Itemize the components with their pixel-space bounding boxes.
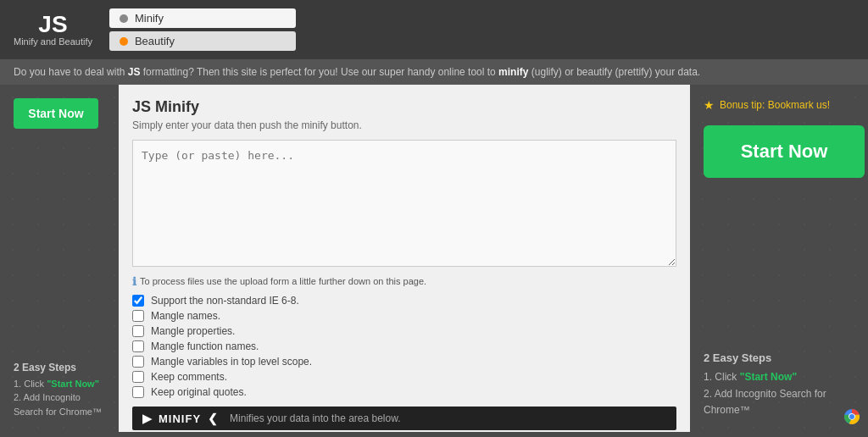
option-item: Mangle names. <box>132 310 676 322</box>
tool-title: JS Minify <box>132 98 676 116</box>
left-start-now-button[interactable]: Start Now <box>14 98 98 129</box>
option-item: Keep original quotes. <box>132 386 676 398</box>
left-easy-steps: 2 Easy Steps 1. Click "Start Now" 2. Add… <box>14 355 105 419</box>
option-item: Mangle properties. <box>132 325 676 337</box>
desc-text: Do you have to deal with JS formatting? … <box>14 66 700 78</box>
left-easy-steps-title: 2 Easy Steps <box>14 362 105 373</box>
header: JS Minify and Beautify Minify Beautify <box>0 0 868 59</box>
options-list: Support the non-standard IE 6-8. Mangle … <box>132 295 676 398</box>
right-easy-steps-text: 1. Click "Start Now" 2. Add Incognito Se… <box>704 369 854 418</box>
code-input[interactable] <box>132 140 676 267</box>
minify-bar[interactable]: ▶ MINIFY ❮ Minifies your data into the a… <box>132 407 676 430</box>
right-step1-link: "Start Now" <box>740 371 797 383</box>
right-step2: 2. Add Incognito Search for Chrome™ <box>704 388 826 416</box>
option-item: Support the non-standard IE 6-8. <box>132 295 676 307</box>
option-mangle-props-label: Mangle properties. <box>151 325 235 337</box>
center-content: JS Minify Simply enter your data then pu… <box>119 85 690 432</box>
option-mangle-funcs-label: Mangle function names. <box>151 340 259 352</box>
chrome-icon <box>844 409 860 427</box>
option-keep-quotes-label: Keep original quotes. <box>151 386 247 398</box>
right-easy-steps-title: 2 Easy Steps <box>704 351 854 364</box>
tab-beautify[interactable]: Beautify <box>109 31 296 51</box>
right-start-now-button[interactable]: Start Now <box>704 125 865 178</box>
minify-highlight: minify <box>498 66 528 78</box>
minify-button-label: MINIFY <box>159 412 201 425</box>
option-item: Mangle function names. <box>132 340 676 352</box>
option-keep-comments-checkbox[interactable] <box>132 371 144 383</box>
logo-text: JS <box>38 13 67 36</box>
minify-description: Minifies your data into the area below. <box>230 412 400 424</box>
nav-tabs: Minify Beautify <box>109 8 296 51</box>
option-mangle-names-label: Mangle names. <box>151 310 220 322</box>
logo-subtitle: Minify and Beautify <box>14 36 92 47</box>
star-icon: ★ <box>704 98 715 112</box>
option-ie68-checkbox[interactable] <box>132 295 144 307</box>
option-mangle-funcs-checkbox[interactable] <box>132 340 144 352</box>
info-text: ℹ To process files use the upload form a… <box>132 276 676 288</box>
left-sidebar: Start Now 2 Easy Steps 1. Click "Start N… <box>0 85 119 432</box>
arrow-right-icon: ▶ <box>142 412 152 425</box>
left-step2: 2. Add Incognito Search for Chrome™ <box>14 392 102 417</box>
option-mangle-vars-label: Mangle variables in top level scope. <box>151 356 312 368</box>
bonus-tip: ★ Bonus tip: Bookmark us! <box>704 98 830 112</box>
option-item: Keep comments. <box>132 371 676 383</box>
info-message: To process files use the upload form a l… <box>140 276 426 286</box>
option-item: Mangle variables in top level scope. <box>132 356 676 368</box>
bonus-tip-text: Bonus tip: Bookmark us! <box>720 99 830 111</box>
left-step1-prefix: 1. Click <box>14 379 47 389</box>
left-step1-link: "Start Now" <box>47 379 99 389</box>
right-sidebar: ★ Bonus tip: Bookmark us! Start Now 2 Ea… <box>690 85 868 432</box>
option-ie68-label: Support the non-standard IE 6-8. <box>151 295 299 307</box>
right-step1-prefix: 1. Click <box>704 371 740 383</box>
minify-dot <box>120 14 128 23</box>
main-layout: Start Now 2 Easy Steps 1. Click "Start N… <box>0 85 868 432</box>
right-easy-steps: 2 Easy Steps 1. Click "Start Now" 2. Add… <box>704 345 854 418</box>
svg-point-2 <box>849 414 854 419</box>
tab-minify[interactable]: Minify <box>109 8 296 28</box>
tool-description: Simply enter your data then push the min… <box>132 119 676 131</box>
tab-beautify-label: Beautify <box>135 35 175 47</box>
option-mangle-props-checkbox[interactable] <box>132 325 144 337</box>
tab-minify-label: Minify <box>135 12 164 25</box>
left-easy-steps-text: 1. Click "Start Now" 2. Add Incognito Se… <box>14 377 105 419</box>
description-bar: Do you have to deal with JS formatting? … <box>0 59 868 85</box>
logo: JS Minify and Beautify <box>14 13 92 47</box>
info-icon: ℹ <box>132 275 136 288</box>
chevron-icon: ❮ <box>208 412 218 425</box>
option-mangle-vars-checkbox[interactable] <box>132 356 144 368</box>
option-keep-quotes-checkbox[interactable] <box>132 386 144 398</box>
option-keep-comments-label: Keep comments. <box>151 371 227 383</box>
js-strong: JS <box>128 66 141 78</box>
beautify-dot <box>120 37 128 46</box>
option-mangle-names-checkbox[interactable] <box>132 310 144 322</box>
